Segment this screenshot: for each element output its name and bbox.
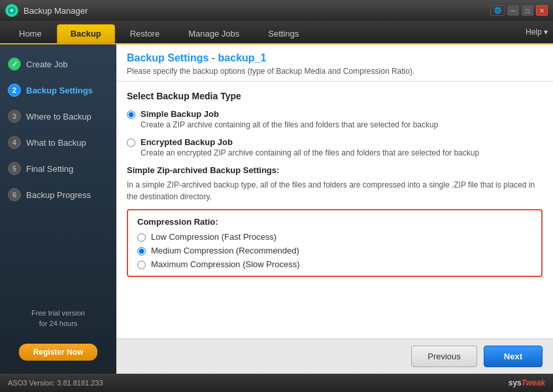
trial-text: Free trial version for 24 hours bbox=[7, 308, 110, 329]
step-6-circle: 6 bbox=[8, 188, 21, 201]
step-3-circle: 3 bbox=[8, 110, 21, 123]
language-button[interactable]: 🌐 bbox=[490, 5, 505, 16]
nav-buttons-area: Previous Next bbox=[116, 338, 553, 374]
version-label: ASO3 Version: 3.81.8181.233 bbox=[8, 379, 103, 387]
title-bar-left: Backup Manager bbox=[5, 4, 88, 17]
step-2-circle: 2 bbox=[8, 84, 21, 97]
sidebar-item-label: Create Job bbox=[26, 59, 68, 69]
job-name: backup_1 bbox=[218, 52, 267, 63]
compression-maximum-label: Maximum Compression (Slow Process) bbox=[151, 259, 300, 269]
trial-info: Free trial version for 24 hours Register… bbox=[0, 301, 116, 368]
compression-medium-label: Medium Compression (Recommended) bbox=[151, 246, 299, 255]
option-simple-desc: Create a ZIP archive containing all of t… bbox=[141, 120, 438, 129]
content-area: Backup Settings - backup_1 Please specif… bbox=[116, 44, 553, 338]
compression-title: Compression Ratio: bbox=[137, 217, 532, 227]
sidebar-item-backup-settings[interactable]: 2 Backup Settings bbox=[0, 77, 116, 103]
sidebar-item-label: Backup Progress bbox=[26, 190, 91, 200]
brand-sys: sys bbox=[509, 378, 522, 387]
content-panel: Backup Settings - backup_1 Please specif… bbox=[116, 44, 553, 374]
compression-option-maximum: Maximum Compression (Slow Process) bbox=[137, 259, 532, 269]
title-bar: Backup Manager 🌐 ─ □ ✕ bbox=[0, 0, 553, 21]
radio-maximum-compression[interactable] bbox=[137, 261, 146, 269]
page-title: Backup Settings - backup_1 bbox=[127, 52, 543, 64]
window-title: Backup Manager bbox=[24, 6, 88, 16]
step-5-circle: 5 bbox=[8, 162, 21, 175]
option-encrypted-label: Encrypted Backup Job bbox=[141, 137, 479, 147]
tab-manage-jobs[interactable]: Manage Jobs bbox=[175, 24, 253, 43]
app-icon bbox=[5, 4, 18, 17]
sidebar-item-label: Final Setting bbox=[26, 164, 73, 174]
option-simple: Simple Backup Job Create a ZIP archive c… bbox=[127, 109, 543, 129]
brand-tweak: Tweak bbox=[522, 378, 545, 387]
step-1-circle: ✓ bbox=[8, 57, 21, 71]
radio-medium-compression[interactable] bbox=[137, 247, 146, 255]
option-simple-label: Simple Backup Job bbox=[141, 109, 438, 119]
nav-bar: Home Backup Restore Manage Jobs Settings… bbox=[0, 21, 553, 44]
content-header: Backup Settings - backup_1 Please specif… bbox=[116, 44, 553, 82]
sidebar-item-where-to-backup[interactable]: 3 Where to Backup bbox=[0, 103, 116, 129]
help-menu[interactable]: Help ▾ bbox=[526, 24, 548, 41]
tab-home[interactable]: Home bbox=[5, 24, 56, 43]
compression-low-label: Low Compression (Fast Process) bbox=[151, 232, 276, 242]
content-subtitle: Please specify the backup options (type … bbox=[127, 67, 543, 76]
footer: ASO3 Version: 3.81.8181.233 sysTweak bbox=[0, 374, 553, 392]
sidebar: ✓ Create Job 2 Backup Settings 3 Where t… bbox=[0, 44, 116, 374]
compression-option-low: Low Compression (Fast Process) bbox=[137, 232, 532, 242]
compression-box: Compression Ratio: Low Compression (Fast… bbox=[127, 209, 543, 277]
tab-settings[interactable]: Settings bbox=[254, 24, 312, 43]
window-controls: 🌐 ─ □ ✕ bbox=[490, 5, 548, 16]
previous-button[interactable]: Previous bbox=[411, 346, 477, 367]
tab-backup[interactable]: Backup bbox=[57, 24, 115, 43]
content-body: Select Backup Media Type Simple Backup J… bbox=[116, 82, 553, 338]
option-encrypted-text: Encrypted Backup Job Create an encrypted… bbox=[141, 137, 479, 157]
radio-low-compression[interactable] bbox=[137, 233, 146, 242]
subsection-desc: In a simple ZIP-archived backup type, al… bbox=[127, 179, 543, 203]
option-encrypted-desc: Create an encrypted ZIP archive containi… bbox=[141, 148, 479, 157]
step-4-circle: 4 bbox=[8, 136, 21, 149]
sidebar-item-what-to-backup[interactable]: 4 What to Backup bbox=[0, 129, 116, 155]
minimize-button[interactable]: ─ bbox=[507, 5, 519, 16]
option-simple-text: Simple Backup Job Create a ZIP archive c… bbox=[141, 109, 438, 129]
main-layout: ✓ Create Job 2 Backup Settings 3 Where t… bbox=[0, 44, 553, 374]
subsection-heading: Simple Zip-archived Backup Settings: bbox=[127, 165, 543, 175]
next-button[interactable]: Next bbox=[484, 346, 543, 367]
tab-restore[interactable]: Restore bbox=[116, 24, 174, 43]
sidebar-item-label: What to Backup bbox=[26, 138, 86, 148]
sidebar-item-label: Where to Backup bbox=[26, 112, 92, 122]
sidebar-item-final-setting[interactable]: 5 Final Setting bbox=[0, 155, 116, 182]
brand-label: sysTweak bbox=[509, 378, 545, 387]
radio-encrypted[interactable] bbox=[127, 139, 135, 147]
sidebar-item-backup-progress[interactable]: 6 Backup Progress bbox=[0, 182, 116, 208]
radio-simple[interactable] bbox=[127, 110, 135, 119]
compression-option-medium: Medium Compression (Recommended) bbox=[137, 246, 532, 255]
sidebar-item-label: Backup Settings bbox=[26, 86, 93, 95]
register-button[interactable]: Register Now bbox=[19, 344, 97, 361]
close-button[interactable]: ✕ bbox=[536, 5, 548, 16]
option-encrypted: Encrypted Backup Job Create an encrypted… bbox=[127, 137, 543, 157]
section-heading: Select Backup Media Type bbox=[127, 91, 543, 101]
maximize-button[interactable]: □ bbox=[522, 5, 533, 16]
sidebar-item-create-job[interactable]: ✓ Create Job bbox=[0, 51, 116, 77]
